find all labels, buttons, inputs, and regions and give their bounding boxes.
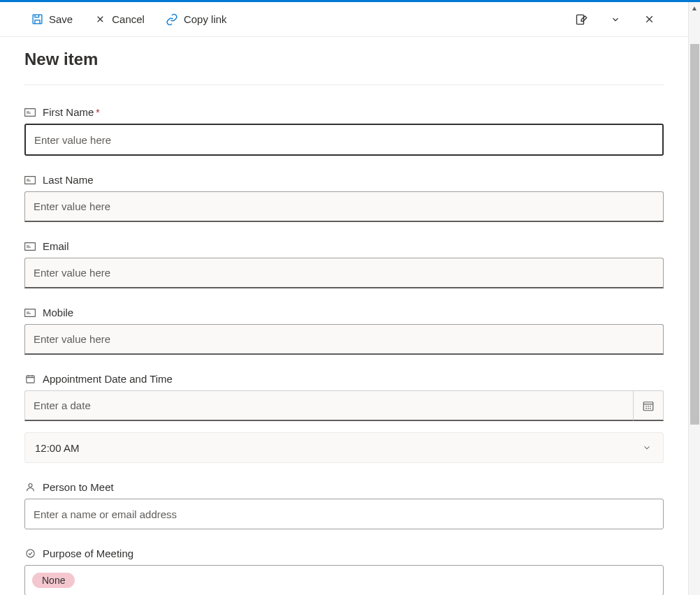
required-indicator: *: [96, 107, 99, 118]
choice-icon: [24, 548, 36, 559]
text-field-icon: [24, 175, 36, 186]
first-name-label: First Name*: [43, 106, 100, 118]
last-name-input[interactable]: [24, 191, 664, 222]
mobile-input[interactable]: [24, 324, 664, 355]
text-field-icon: [24, 241, 36, 252]
purpose-value-pill: None: [32, 573, 75, 588]
appointment-time-value: 12:00 AM: [35, 442, 79, 454]
svg-rect-4: [25, 242, 36, 250]
calendar-field-icon: [24, 374, 36, 385]
page-title: New item: [24, 50, 664, 85]
field-email: Email: [24, 240, 664, 288]
close-button[interactable]: [638, 8, 660, 31]
field-first-name: First Name*: [24, 106, 664, 156]
email-input[interactable]: [24, 258, 664, 288]
svg-rect-5: [25, 309, 36, 316]
last-name-label: Last Name: [43, 174, 94, 186]
field-person-to-meet: Person to Meet: [24, 481, 664, 529]
save-icon: [31, 13, 43, 26]
svg-rect-3: [25, 176, 36, 184]
field-mobile: Mobile: [24, 307, 664, 355]
cancel-button[interactable]: Cancel: [91, 10, 147, 29]
field-purpose: Purpose of Meeting None: [24, 548, 664, 595]
date-picker-button[interactable]: [633, 390, 664, 421]
svg-rect-6: [26, 376, 34, 383]
command-bar: Save Cancel: [0, 2, 688, 37]
cancel-icon: [94, 13, 106, 26]
purpose-select[interactable]: None: [24, 565, 664, 595]
svg-point-8: [29, 484, 32, 487]
chevron-down-icon: [642, 443, 652, 453]
svg-rect-0: [33, 15, 42, 24]
field-last-name: Last Name: [24, 174, 664, 222]
save-label: Save: [49, 13, 73, 25]
mobile-label: Mobile: [43, 307, 73, 318]
person-icon: [24, 482, 36, 493]
scroll-thumb[interactable]: [690, 44, 699, 425]
appointment-label: Appointment Date and Time: [43, 373, 173, 385]
scroll-up-arrow-icon[interactable]: ▲: [689, 2, 700, 14]
svg-rect-2: [25, 108, 36, 116]
person-to-meet-label: Person to Meet: [43, 481, 114, 493]
copy-link-button[interactable]: Copy link: [163, 10, 230, 29]
svg-rect-1: [577, 15, 584, 24]
appointment-time-select[interactable]: 12:00 AM: [24, 432, 664, 463]
appointment-date-input[interactable]: [24, 390, 633, 421]
cancel-label: Cancel: [112, 13, 145, 25]
field-appointment: Appointment Date and Time 12:00 AM: [24, 373, 664, 463]
purpose-label: Purpose of Meeting: [43, 548, 133, 559]
expand-menu-button[interactable]: [604, 8, 627, 31]
email-label: Email: [43, 240, 69, 252]
copy-link-icon: [166, 13, 178, 26]
vertical-scrollbar[interactable]: ▲: [688, 2, 700, 595]
person-to-meet-input[interactable]: [24, 499, 664, 529]
copy-link-label: Copy link: [184, 13, 227, 25]
edit-form-button[interactable]: [571, 8, 593, 31]
first-name-input[interactable]: [24, 124, 664, 156]
text-field-icon: [24, 107, 36, 118]
text-field-icon: [24, 307, 36, 318]
svg-point-9: [26, 550, 34, 557]
save-button[interactable]: Save: [28, 10, 75, 29]
